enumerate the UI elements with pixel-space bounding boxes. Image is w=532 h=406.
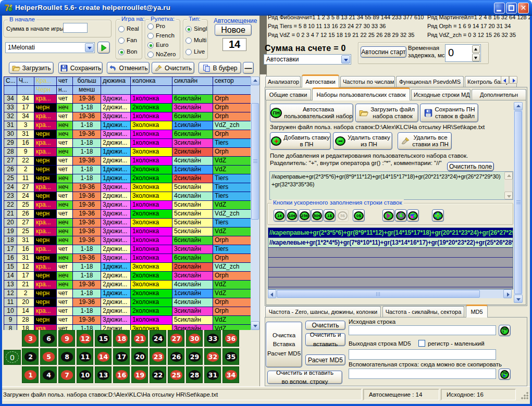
scrollbar-thumb[interactable] [251, 103, 259, 220]
board-cell-13[interactable]: 13 [95, 366, 112, 383]
list-item-empty[interactable] [268, 258, 513, 268]
board-cell-11[interactable]: 11 [77, 348, 93, 365]
toolbar-button-minus[interactable]: — [243, 62, 254, 74]
tab-частоты-по-числам[interactable]: Частоты по числам [340, 76, 395, 87]
list-item[interactable]: //кареправые+gr(2*3*5*6)+gr(8*9*11*12)+g… [268, 228, 513, 238]
table-row[interactable]: 122чернчет1-181дюжи...2колонка1сиклайнVd… [4, 289, 251, 298]
new-shift-button[interactable]: Новое [215, 24, 252, 36]
board-cell-29[interactable]: 29 [186, 348, 203, 365]
radio-game-real[interactable] [118, 26, 125, 32]
table-row[interactable]: 928чернчет19-363дюжи...1колонка5сиклайнV… [4, 316, 251, 325]
autospin-start-button[interactable]: Автоспин старт [361, 46, 406, 58]
board-cell-31[interactable]: 31 [204, 366, 221, 383]
tab-дополнительн[interactable]: Дополнительн [472, 89, 526, 100]
list-item[interactable]: //карелевые+gr(1*2*4*5)+gr(7*8*10*11)+gr… [268, 238, 513, 248]
button-folder-open[interactable]: Загрузить файлнабора ставок [355, 104, 418, 122]
toolbar-button-brush[interactable]: Очистить [152, 62, 194, 74]
tab-общие-ставки[interactable]: Общие ставки [265, 89, 311, 100]
tab-автоставки[interactable]: Автоставки [302, 74, 339, 87]
scroll-down-icon[interactable] [251, 321, 259, 330]
md5-calc-aux-button[interactable]: МД5 [499, 369, 511, 380]
table-row[interactable]: 2225кра...неч19-363дюжи...1колонка5сикла… [4, 201, 251, 210]
bet-sets-listbox[interactable]: //кареправые+gr(2*3*5*6)+gr(8*9*11*12)+g… [268, 227, 513, 289]
board-cell-21[interactable]: 21 [131, 330, 148, 347]
board-cell-12[interactable]: 12 [77, 330, 93, 347]
table-row[interactable]: 2511черннеч1-181дюжи...2колонка2сиклайнT… [4, 174, 251, 183]
button-floppy[interactable]: Сохранить ПНставок в файл [420, 104, 478, 122]
tabs-scroll-left-icon[interactable] [501, 76, 509, 84]
table-row[interactable]: 2916кра...чет1-182дюжи...1колонка3сиклай… [4, 139, 251, 148]
board-cell-0[interactable]: 0 [4, 350, 21, 365]
md5-output-input[interactable] [349, 349, 496, 360]
radio-type-singl[interactable] [185, 26, 192, 32]
list-item-empty[interactable] [268, 248, 513, 258]
spinner-down-icon[interactable] [472, 54, 480, 61]
tabs-scroll-right-icon[interactable] [509, 76, 517, 84]
quick-button-bet-1c[interactable]: 1¢ [274, 209, 286, 222]
quick-button-bet-50c[interactable]: 50¢ [311, 209, 323, 222]
maximize-button[interactable] [506, 3, 517, 14]
chevron-down-icon[interactable] [85, 43, 94, 52]
tab-анализатор[interactable]: Анализатор [265, 76, 301, 87]
tab-функционал-psevdoms[interactable]: Функционал PsevdoMS [396, 76, 464, 87]
scrollbar-thumb[interactable] [277, 290, 480, 298]
radio-roulette-euro[interactable] [147, 42, 154, 48]
table-row[interactable]: 1321кра...неч19-362дюжи...3колонка4сикла… [4, 281, 251, 289]
board-cell-3[interactable]: 3 [22, 330, 39, 347]
table-row[interactable]: 2427кра...неч19-363дюжи...3колонка5сикла… [4, 183, 251, 192]
scrollbar-thumb[interactable] [514, 111, 522, 294]
board-cell-19[interactable]: 19 [131, 366, 148, 383]
start-strategy-button[interactable] [97, 42, 110, 54]
board-cell-14[interactable]: 14 [95, 348, 112, 365]
board-cell-22[interactable]: 22 [150, 366, 166, 383]
register-checkbox[interactable] [418, 340, 425, 347]
board-cell-30[interactable]: 30 [186, 330, 203, 347]
mode-combobox[interactable]: Автоставки [264, 54, 351, 65]
table-row[interactable]: 2324чернчет19-362дюжи...3колонка4сиклайн… [4, 192, 251, 201]
toolbar-button-copy[interactable]: В буфер [199, 62, 241, 74]
close-button[interactable]: ✕ [518, 3, 529, 14]
bets-editor[interactable]: //кареправые+gr(2*3*5*6)+gr(8*9*11*12)+g… [269, 171, 513, 200]
tab-частота-сиклайны-сектора[interactable]: Частота - сиклайны, сектора [382, 306, 464, 317]
table-row[interactable]: 1831черннеч19-363дюжи...1колонка6сиклайн… [4, 236, 251, 245]
table-row[interactable]: 2722чернчет19-362дюжи...1колонка4сиклайн… [4, 157, 251, 166]
list-item-empty[interactable] [268, 268, 513, 277]
md5-clear-paste-button[interactable]: Очистить ивставить [305, 333, 345, 346]
md5-clear-button[interactable]: Очистить [305, 321, 345, 330]
board-cell-2[interactable]: 2 [22, 348, 39, 365]
table-row[interactable]: 262чернчет1-181дюжи...2колонка1сиклайнVd… [4, 166, 251, 174]
table-row[interactable]: 289кра...неч1-181дюжи...3колонка2сиклайн… [4, 148, 251, 157]
md5-big-button[interactable]: ОчисткаВставкаРасчет MD5 [266, 322, 302, 367]
table-row[interactable]: 3234кра...чет19-363дюжи...1колонка6сикла… [4, 112, 251, 121]
radio-roulette-french[interactable] [147, 33, 154, 39]
table-row[interactable]: 3317черннеч1-182дюжи...2колонка3сиклайнO… [4, 104, 251, 112]
button-brush-2[interactable]: Удалить всеставки из ПН [398, 132, 452, 150]
board-cell-32[interactable]: 32 [204, 348, 221, 365]
board-cell-15[interactable]: 15 [95, 330, 112, 347]
board-cell-7[interactable]: 7 [58, 366, 75, 383]
board-cell-6[interactable]: 6 [40, 330, 57, 347]
md5-source-input[interactable] [349, 325, 496, 335]
delay-spinner[interactable]: 0 [445, 44, 481, 62]
toolbar-button-folder-open[interactable]: Загрузить [9, 62, 54, 74]
board-cell-36[interactable]: 36 [222, 330, 239, 347]
board-cell-8[interactable]: 8 [58, 348, 75, 365]
table-row[interactable]: 1014кра...чет1-182дюжи...2колонка3сиклай… [4, 307, 251, 316]
clear-field-button[interactable]: Очистить поле [447, 162, 494, 171]
board-cell-4[interactable]: 4 [40, 366, 57, 383]
quick-button-bet-1d[interactable]: 1$ [324, 209, 336, 222]
resize-grip[interactable] [521, 392, 528, 399]
list-item-empty[interactable] [268, 277, 513, 287]
board-cell-26[interactable]: 26 [168, 348, 184, 365]
button-pn-coin[interactable]: ПНАвтоставкапользовательский набор [270, 104, 353, 122]
quick-button-repeat[interactable] [395, 209, 407, 222]
board-cell-27[interactable]: 27 [168, 330, 184, 347]
quick-button-play[interactable] [382, 209, 394, 222]
table-row[interactable]: 818кра...чет1-182дюжи...3колонка3сиклайн… [4, 325, 251, 330]
quick-button-bet-0d[interactable]: 0$ [353, 209, 365, 222]
table-row[interactable]: 1716кра...чет1-182дюжи...1колонка3сиклай… [4, 245, 251, 254]
board-cell-5[interactable]: 5 [40, 348, 57, 365]
minimize-button[interactable] [494, 3, 505, 14]
board-cell-1[interactable]: 1 [22, 366, 39, 383]
listbox-hscrollbar[interactable] [268, 289, 512, 298]
